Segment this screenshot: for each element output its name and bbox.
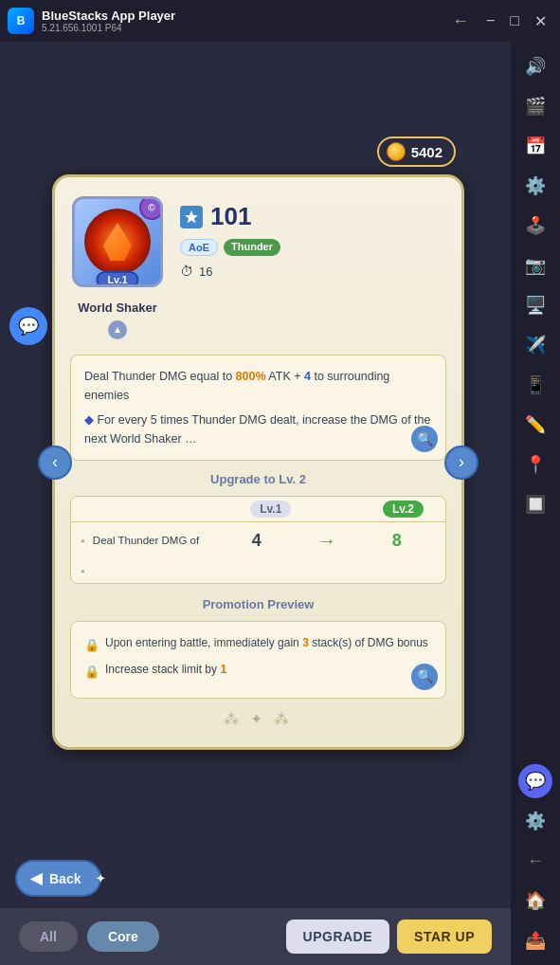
skill-name: World Shaker [78,300,157,317]
cooldown-row: ⏱ 16 [180,264,446,279]
app-logo: B [8,8,34,34]
main-content: 5402 💬 ‹ › © Lv.1 World Shaker ▲ [0,42,511,965]
right-sidebar: 🔊 🎬 📅 ⚙️ 🕹️ 📷 🖥️ ✈️ 📱 ✏️ 📍 🔲 💬 ⚙️ ← 🏠 📤 [511,42,560,965]
upgrade-data-row: ● Deal Thunder DMG of 4 → 8 [71,522,445,559]
window-controls: − □ ✕ [480,10,552,32]
sidebar-airplane-icon[interactable]: ✈️ [518,328,552,362]
description-box: Deal Thunder DMG equal to 800% ATK + 4 t… [70,355,446,461]
lv2-header: Lv.2 [361,497,445,521]
back-label: Back [49,871,81,886]
skill-card-panel: ‹ › © Lv.1 World Shaker ▲ [52,174,464,750]
lv1-header: Lv.1 [228,497,313,521]
close-button[interactable]: ✕ [529,10,552,32]
highlight-800: 800% [236,370,266,383]
upgrade-empty-row: ● [71,559,445,583]
promo-text-2: Increase stack limit by 1 [105,660,226,679]
promotion-magnify-button[interactable]: 🔍 [411,664,438,690]
bullet-diamond: ◆ [84,413,94,427]
sidebar-gear-icon[interactable]: ⚙️ [518,169,552,203]
upgrade-button[interactable]: UPGRADE [286,919,390,954]
upgrade-val-from: 4 [218,531,296,551]
upgrade-header-label [71,497,228,521]
skill-art [84,209,151,275]
nav-back-icon[interactable]: ← [452,11,469,31]
tab-all[interactable]: All [19,921,78,952]
sidebar-pen-icon[interactable]: ✏️ [518,408,552,442]
cooldown-value: 16 [199,264,212,279]
skill-id-row: 101 [180,202,446,231]
back-button[interactable]: ◀ Back ✦ [15,860,101,897]
sidebar-discord-icon[interactable]: 💬 [518,764,552,798]
promo-highlight-1: 1 [220,663,226,676]
app-version: 5.21.656.1001 P64 [42,23,444,33]
sidebar-share-icon[interactable]: 📤 [518,923,552,957]
sidebar-back-icon[interactable]: ← [518,844,552,878]
lock-icon-2: 🔒 [84,662,99,683]
coin-display: 5402 [377,137,456,167]
sidebar-video-icon[interactable]: 🎬 [518,89,552,123]
sidebar-home-icon[interactable]: 🏠 [518,883,552,918]
lv1-badge: Lv.1 [250,501,291,518]
excl-badge: © [139,196,163,220]
sidebar-settings-icon[interactable]: ⚙️ [518,804,552,838]
row-dot-2: ● [81,567,85,575]
promotion-section-title: Promotion Preview [70,597,446,611]
action-group: UPGRADE STAR UP [286,919,492,954]
skill-art-section: © Lv.1 World Shaker ▲ [70,196,165,339]
sidebar-mobile-icon[interactable]: 📱 [518,368,552,402]
promo-highlight-3: 3 [302,636,309,649]
upgrade-val-to: 8 [358,531,436,551]
app-name: BlueStacks App Player [42,9,444,23]
card-header: © Lv.1 World Shaker ▲ 101 AoE Thunder [70,196,446,339]
upgrade-header: Lv.1 Lv.2 [71,497,445,522]
back-arrow-icon: ◀ [30,869,42,887]
sidebar-monitor-icon[interactable]: 🖥️ [518,288,552,322]
highlight-4: 4 [304,370,311,383]
coin-icon [387,142,406,161]
tag-aoe: AoE [180,239,218,256]
description-bullet: ◆ For every 5 times Thunder DMG dealt, i… [84,410,432,448]
sidebar-location-icon[interactable]: 📍 [518,447,552,482]
skill-card-frame: © Lv.1 [72,196,163,287]
title-bar-text: BlueStacks App Player 5.21.656.1001 P64 [42,9,444,33]
promotion-box: 🔒 Upon entering battle, immediately gain… [70,621,446,699]
upgrade-table: Lv.1 Lv.2 ● Deal Thunder DMG of 4 → 8 ● [70,496,446,584]
sidebar-calendar-icon[interactable]: 📅 [518,129,552,163]
skill-type-icon [180,206,203,228]
promo-text-1: Upon entering battle, immediately gain 3… [105,633,428,652]
tag-thunder: Thunder [224,239,280,256]
maximize-button[interactable]: □ [504,10,525,31]
star-up-button[interactable]: STAR UP [397,919,492,954]
sidebar-gamepad-icon[interactable]: 🕹️ [518,209,552,243]
card-info: 101 AoE Thunder ⏱ 16 [180,196,446,279]
chat-button[interactable]: 💬 [9,307,47,345]
sidebar-volume-icon[interactable]: 🔊 [518,49,552,83]
nav-next-button[interactable]: › [444,446,479,480]
upgrade-arrow-icon: → [303,530,350,552]
promo-row-2: 🔒 Increase stack limit by 1 [84,660,432,683]
bottom-bar: All Core UPGRADE STAR UP [0,908,511,965]
promo-row-1: 🔒 Upon entering battle, immediately gain… [84,633,432,656]
tab-core[interactable]: Core [87,921,159,952]
arrow-header [313,497,361,521]
description-magnify-button[interactable]: 🔍 [411,426,438,452]
tab-group: All Core [19,921,159,952]
sidebar-layers-icon[interactable]: 🔲 [518,487,552,521]
sparkle-icon: ✦ [96,872,105,885]
description-text: Deal Thunder DMG equal to 800% ATK + 4 t… [84,367,432,405]
lv2-badge: Lv.2 [383,501,424,518]
level-badge: Lv.1 [96,271,138,287]
skill-number: 101 [210,202,251,231]
upgrade-section-title: Upgrade to Lv. 2 [70,472,446,486]
lock-icon-1: 🔒 [84,635,99,656]
upgrade-row-label: Deal Thunder DMG of [93,535,210,546]
row-dot: ● [81,537,85,545]
expand-button[interactable]: ▲ [108,320,127,339]
tags-row: AoE Thunder [180,239,446,256]
card-decoration: ⁂ ✦ ⁂ [70,710,446,728]
minimize-button[interactable]: − [480,10,500,31]
sidebar-camera-icon[interactable]: 📷 [518,248,552,282]
clock-icon: ⏱ [180,264,193,279]
nav-prev-button[interactable]: ‹ [38,446,72,480]
title-bar: B BlueStacks App Player 5.21.656.1001 P6… [0,0,560,42]
